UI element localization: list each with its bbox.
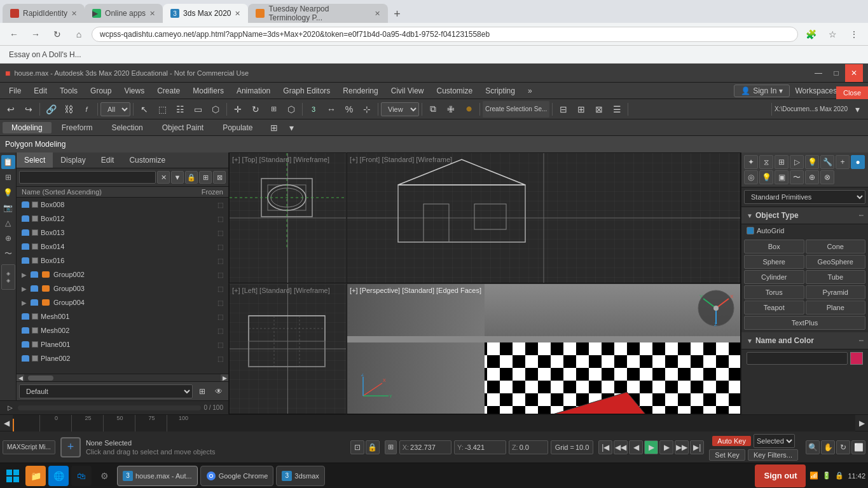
panel-tab-customize[interactable]: Customize <box>121 152 173 168</box>
layer-vis-btn[interactable]: 👁 <box>212 384 226 398</box>
list-item[interactable]: ▶ Group003 ⬚ <box>17 281 228 295</box>
forward-button[interactable]: → <box>27 25 45 43</box>
minimize-button[interactable]: — <box>809 64 827 82</box>
layer-dropdown[interactable]: Default <box>19 384 193 398</box>
obj-geosphere-btn[interactable]: GeoSphere <box>806 255 866 269</box>
tab-rapididentity[interactable]: RapidIdentity ✕ <box>3 4 85 23</box>
menu-more[interactable]: » <box>521 85 539 97</box>
warp-panel-btn[interactable]: ⊗ <box>820 170 834 184</box>
tab-3dsmax-close[interactable]: ✕ <box>235 10 240 18</box>
home-button[interactable]: ⌂ <box>70 25 88 43</box>
search-button[interactable]: ✕ <box>157 171 170 184</box>
obj-cylinder-btn[interactable]: Cylinder <box>744 270 804 284</box>
y-field[interactable] <box>465 444 503 451</box>
view-dropdown[interactable]: View <box>381 102 419 116</box>
display-panel-btn[interactable]: 💡 <box>805 155 819 169</box>
tab-nearpod-close[interactable]: ✕ <box>375 10 380 18</box>
tab-onlineapps[interactable]: ▶ Online apps ✕ <box>85 4 163 23</box>
horizontal-scrollbar[interactable]: ◀ ▶ <box>17 374 228 381</box>
list-item[interactable]: Box016 ⬚ <box>17 254 228 268</box>
copy-button[interactable]: ⊞ <box>199 171 212 184</box>
viewport-left[interactable]: [+] [Left] [Standard] [Wireframe] <box>229 283 347 414</box>
close-button[interactable]: ✕ <box>845 64 863 82</box>
filter-dropdown[interactable]: All <box>100 102 130 116</box>
start-icon[interactable] <box>3 466 23 486</box>
select-region-button[interactable]: ⬚ <box>154 101 170 118</box>
create-panel-btn[interactable]: ✦ <box>744 155 758 169</box>
rotate-button[interactable]: ↻ <box>247 101 264 118</box>
obj-sphere-btn[interactable]: Sphere <box>744 255 804 269</box>
list-item[interactable]: Box013 ⬚ <box>17 226 228 240</box>
list-item[interactable]: ▶ Group002 ⬚ <box>17 268 228 281</box>
maxscript-button[interactable]: MAXScript Mi... <box>3 440 55 454</box>
scene-icon[interactable]: 📋 <box>1 155 15 169</box>
list-item[interactable]: Box012 ⬚ <box>17 212 228 226</box>
obj-tube-btn[interactable]: Tube <box>806 270 866 284</box>
lock-button[interactable]: 🔒 <box>185 171 198 184</box>
taskbar-3dsmax-item2[interactable]: 3 3dsmax <box>276 466 325 486</box>
filter-button[interactable]: ▼ <box>171 171 184 184</box>
keyfilters-button[interactable]: Key Filters... <box>748 449 798 461</box>
panel-tab-edit[interactable]: Edit <box>93 152 122 168</box>
subtab-selection[interactable]: Selection <box>102 122 151 133</box>
layer-icon[interactable]: ⊞ <box>1 170 15 184</box>
menu-graph-editors[interactable]: Graph Editors <box>277 85 336 97</box>
subtab-populate[interactable]: Populate <box>214 122 261 133</box>
new-tab-button[interactable]: + <box>388 5 406 23</box>
anim-play-btn[interactable]: ▶ <box>644 440 658 454</box>
sign-in-button[interactable]: 👤 Sign In ▾ <box>734 85 790 97</box>
filepath-btn[interactable]: ▾ <box>849 101 865 118</box>
geo-panel-btn[interactable]: ◎ <box>744 170 758 184</box>
menu-tools[interactable]: Tools <box>53 85 84 97</box>
z-field[interactable] <box>520 444 545 451</box>
coords-button[interactable]: 3 <box>305 101 322 118</box>
obj-box-btn[interactable]: Box <box>744 240 804 254</box>
undo-button[interactable]: ↩ <box>3 101 19 118</box>
tab-nearpod[interactable]: Tuesday Nearpod Terminology P... ✕ <box>248 4 388 23</box>
anim-next-frame-btn[interactable]: ▶ <box>659 440 673 454</box>
list-item[interactable]: Plane002 ⬚ <box>17 351 228 365</box>
fence-select-button[interactable]: ⬡ <box>207 101 224 118</box>
modify-panel-btn[interactable]: ⧖ <box>759 155 773 169</box>
obj-plane-btn[interactable]: Plane <box>806 301 866 315</box>
anim-next-btn[interactable]: ▶▶ <box>675 440 689 454</box>
zoom-btn[interactable]: 🔍 <box>806 440 820 454</box>
menu-edit[interactable]: Edit <box>27 85 53 97</box>
link-button[interactable]: 🔗 <box>43 101 59 118</box>
back-button[interactable]: ← <box>5 25 23 43</box>
obj-cone-btn[interactable]: Cone <box>806 240 866 254</box>
redo-button[interactable]: ↪ <box>20 101 37 118</box>
hierarchy-panel-btn[interactable]: ⊞ <box>775 155 789 169</box>
menu-animation[interactable]: Animation <box>230 85 277 97</box>
helper-panel-btn[interactable]: ⊕ <box>805 170 819 184</box>
lock-tool-btn[interactable]: 🔒 <box>366 440 380 454</box>
list-item[interactable]: Mesh001 ⬚ <box>17 309 228 323</box>
list-item[interactable]: Box014 ⬚ <box>17 240 228 254</box>
angle-btn[interactable]: ⊕ <box>460 101 477 118</box>
rect-select-button[interactable]: ▭ <box>189 101 206 118</box>
list-item[interactable]: Mesh002 ⬚ <box>17 323 228 337</box>
add-panel-btn[interactable]: + <box>836 155 850 169</box>
snap-button[interactable]: ⊹ <box>359 101 375 118</box>
scroll-left-btn[interactable]: ◀ <box>17 374 24 382</box>
menu-group[interactable]: Group <box>84 85 118 97</box>
subtab-extra-btn[interactable]: ⊞ <box>266 119 282 136</box>
move-button[interactable]: ✛ <box>230 101 246 118</box>
menu-file[interactable]: File <box>3 85 27 97</box>
unlink-button[interactable]: ⛓ <box>60 101 77 118</box>
scale-button[interactable]: ⊞ <box>265 101 282 118</box>
select-button[interactable]: ↖ <box>136 101 153 118</box>
address-input[interactable] <box>92 27 798 42</box>
list-item[interactable]: Box008 ⬚ <box>17 198 228 212</box>
menu-modifiers[interactable]: Modifiers <box>186 85 230 97</box>
layer-btn-4[interactable]: ☰ <box>609 101 625 118</box>
viewport-front[interactable]: [+] [Front] [Standard] [Wireframe] <box>347 152 741 283</box>
panel-tab-display[interactable]: Display <box>53 152 93 168</box>
taskbar-chrome-item[interactable]: Google Chrome <box>200 466 274 486</box>
cam-panel-btn[interactable]: ▣ <box>775 170 789 184</box>
autokey-button[interactable]: Auto Key <box>712 436 751 446</box>
obj-textplus-btn[interactable]: TextPlus <box>744 316 865 330</box>
shapes-icon[interactable]: △ <box>1 216 15 230</box>
tab-onlineapps-close[interactable]: ✕ <box>149 10 155 18</box>
object-type-section-header[interactable]: ▼ Object Type ··· <box>741 207 868 224</box>
